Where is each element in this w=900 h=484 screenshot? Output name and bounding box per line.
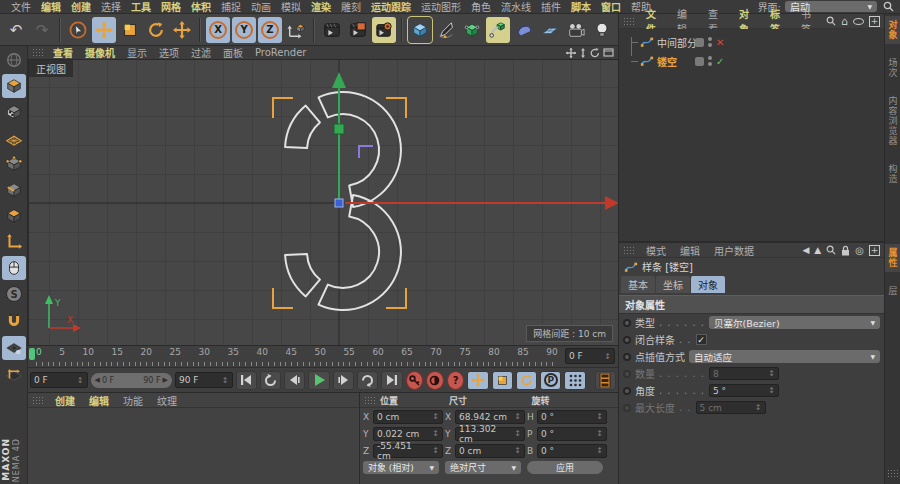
object-row-cutout[interactable]: 镂空 ✓ xyxy=(619,53,884,69)
stepper-icon[interactable]: ↕ xyxy=(73,376,84,385)
stepper-icon[interactable]: ↕ xyxy=(764,369,775,378)
keyframe-dot-icon[interactable] xyxy=(623,387,631,395)
stepper-icon[interactable]: ↕ xyxy=(428,446,439,455)
menu-volume[interactable]: 体积 xyxy=(186,0,216,14)
coordinate-system-button[interactable] xyxy=(284,17,308,43)
texture-mode-button[interactable] xyxy=(2,100,26,124)
target-icon[interactable]: ◎ xyxy=(855,245,864,256)
camera-button[interactable] xyxy=(564,17,588,43)
stepper-icon[interactable]: ↕ xyxy=(428,412,439,421)
stepper-icon[interactable]: ↕ xyxy=(510,429,521,438)
goto-end-button[interactable] xyxy=(381,371,402,390)
mat-menu-create[interactable]: 创建 xyxy=(49,393,81,408)
object-axis-mode-button[interactable] xyxy=(2,230,26,254)
material-list-empty[interactable] xyxy=(28,408,359,484)
enable-snap-button[interactable]: e xyxy=(2,336,26,360)
rot-h-field[interactable]: 0 °↕ xyxy=(537,410,607,424)
previous-frame-button[interactable] xyxy=(284,371,305,390)
viewport-canvas[interactable]: 正视图 xyxy=(28,60,618,345)
layer-square-icon[interactable] xyxy=(695,38,704,47)
visibility-dots[interactable] xyxy=(708,37,712,47)
intermediate-points-dropdown[interactable]: 自动适应 ▼ xyxy=(689,350,880,363)
current-frame-field[interactable]: 0 F ↕ xyxy=(565,348,615,364)
timeline-ruler[interactable]: 0 5 10 15 20 25 30 35 40 45 50 55 60 65 … xyxy=(28,345,618,367)
object-properties-header[interactable]: 对象属性 xyxy=(619,295,884,314)
tab-content-browser[interactable]: 内容浏览器 xyxy=(885,92,900,150)
tab-attributes[interactable]: 属性 xyxy=(885,244,900,272)
keyframe-help-button[interactable]: ? xyxy=(447,371,465,390)
vp-menu-view[interactable]: 查看 xyxy=(47,45,79,60)
workplane-button[interactable] xyxy=(2,362,26,386)
object-name[interactable]: 中间部分 xyxy=(654,35,697,50)
move-tool-button[interactable] xyxy=(92,17,116,43)
apply-button[interactable]: 应用 xyxy=(527,461,603,474)
menu-mesh[interactable]: 网格 xyxy=(156,0,186,14)
key-parameter-button[interactable]: P xyxy=(540,371,561,390)
tab-objects[interactable]: 对象 xyxy=(885,16,900,44)
am-menu-mode[interactable]: 模式 xyxy=(640,243,672,258)
keyframe-dot-icon[interactable] xyxy=(623,370,631,378)
home-icon[interactable]: ⌂ xyxy=(841,15,848,28)
pos-y-field[interactable]: 0.022 cm↕ xyxy=(373,427,443,441)
panel-grip[interactable] xyxy=(887,469,898,478)
panel-grip[interactable] xyxy=(623,17,634,26)
object-name-selected[interactable]: 镂空 xyxy=(654,54,677,69)
mat-menu-texture[interactable]: 纹理 xyxy=(151,393,183,408)
position-mode-dropdown[interactable]: 对象 (相对) ▼ xyxy=(363,461,439,474)
mat-menu-edit[interactable]: 编辑 xyxy=(83,393,115,408)
point-handle[interactable] xyxy=(359,146,373,158)
menu-pipeline[interactable]: 流水线 xyxy=(496,0,536,14)
vp-menu-filter[interactable]: 过滤 xyxy=(185,45,217,60)
autokey-button[interactable] xyxy=(426,371,444,390)
maximum-length-field[interactable]: 5 cm ↕ xyxy=(696,401,766,414)
layer-square-icon[interactable] xyxy=(695,57,704,66)
tab-layers[interactable]: 层 xyxy=(885,282,900,300)
tab-object[interactable]: 对象 xyxy=(691,276,725,293)
stepper-icon[interactable]: ↕ xyxy=(510,446,521,455)
range-left-icon[interactable]: ◀ xyxy=(95,376,100,384)
frame-start-field[interactable]: 0 F ↕ xyxy=(30,372,88,388)
keyframe-dot-icon[interactable] xyxy=(623,336,631,344)
points-mode-button[interactable] xyxy=(2,152,26,176)
rotate-view-icon[interactable] xyxy=(590,48,600,58)
keyframe-dot-icon[interactable] xyxy=(623,319,631,327)
model-mode-button[interactable] xyxy=(2,74,26,98)
stepper-icon[interactable]: ↕ xyxy=(592,412,603,421)
history-up-icon[interactable]: ▲ xyxy=(814,245,821,255)
bend-deformer-button[interactable] xyxy=(512,17,536,43)
enable-toggle[interactable]: ✓ xyxy=(716,56,724,67)
vp-menu-options[interactable]: 选项 xyxy=(153,45,185,60)
rot-b-field[interactable]: 0 °↕ xyxy=(537,444,607,458)
timeline-filmstrip-button[interactable] xyxy=(595,371,616,390)
play-forwards-button[interactable] xyxy=(357,371,378,390)
key-scale-button[interactable] xyxy=(492,371,513,390)
menu-plugins[interactable]: 插件 xyxy=(536,0,566,14)
x-axis-lock-button[interactable]: X xyxy=(206,17,230,43)
polygons-mode-button[interactable] xyxy=(2,204,26,228)
search-icon[interactable] xyxy=(826,16,836,26)
angle-field[interactable]: 5 ° ↕ xyxy=(709,384,779,397)
convert-object-button[interactable] xyxy=(2,48,26,72)
zoom-view-icon[interactable] xyxy=(579,48,587,58)
rotate-tool-button[interactable] xyxy=(144,17,168,43)
keyframe-dot-icon[interactable] xyxy=(623,404,631,412)
goto-start-button[interactable] xyxy=(236,371,257,390)
stepper-icon[interactable]: ↕ xyxy=(600,352,611,361)
size-x-field[interactable]: 68.942 cm↕ xyxy=(455,410,525,424)
render-settings-button[interactable] xyxy=(372,17,396,43)
vp-menu-panel[interactable]: 面板 xyxy=(217,45,249,60)
eye-icon[interactable] xyxy=(853,18,864,25)
menu-script[interactable]: 脚本 xyxy=(566,0,596,14)
live-selection-button[interactable] xyxy=(66,17,90,43)
key-pla-button[interactable] xyxy=(564,371,585,390)
size-y-field[interactable]: 113.302 cm↕ xyxy=(455,427,525,441)
stepper-icon[interactable]: ↕ xyxy=(592,429,603,438)
vp-menu-prorender[interactable]: ProRender xyxy=(249,47,312,58)
menu-motion-tracker[interactable]: 运动跟踪 xyxy=(366,0,416,14)
am-menu-userdata[interactable]: 用户数据 xyxy=(708,243,760,258)
vp-menu-display[interactable]: 显示 xyxy=(121,45,153,60)
visibility-dots[interactable] xyxy=(708,56,712,66)
vp-menu-cameras[interactable]: 摄像机 xyxy=(79,45,121,60)
menu-animate[interactable]: 动画 xyxy=(246,0,276,14)
type-dropdown[interactable]: 贝塞尔(Bezier) ▼ xyxy=(709,316,880,329)
